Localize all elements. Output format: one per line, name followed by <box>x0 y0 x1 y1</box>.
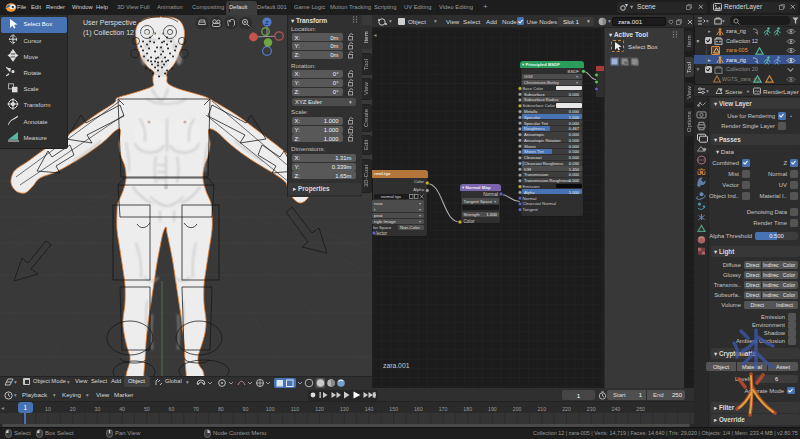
svg-text:70: 70 <box>193 405 199 411</box>
svg-text:170: 170 <box>439 405 448 411</box>
svg-text:120: 120 <box>315 405 324 411</box>
svg-text:30: 30 <box>95 405 101 411</box>
svg-text:40: 40 <box>119 405 125 411</box>
svg-text:20: 20 <box>70 405 76 411</box>
svg-text:10: 10 <box>45 405 51 411</box>
svg-text:210: 210 <box>537 405 546 411</box>
svg-text:60: 60 <box>169 405 175 411</box>
svg-text:230: 230 <box>587 405 596 411</box>
svg-text:User Perspective: User Perspective <box>83 19 136 27</box>
svg-text:140: 140 <box>365 405 374 411</box>
svg-text:240: 240 <box>612 405 621 411</box>
svg-text:160: 160 <box>414 405 423 411</box>
svg-text:50: 50 <box>144 405 150 411</box>
svg-text:190: 190 <box>488 405 497 411</box>
svg-text:220: 220 <box>562 405 571 411</box>
svg-text:100: 100 <box>266 405 275 411</box>
svg-text:(1) Collection 12 | zara-005: (1) Collection 12 | zara-005 <box>83 29 167 37</box>
svg-text:Z: Z <box>265 19 269 25</box>
svg-text:80: 80 <box>218 405 224 411</box>
svg-text:110: 110 <box>291 405 299 411</box>
svg-text:90: 90 <box>243 405 249 411</box>
svg-text:180: 180 <box>463 405 472 411</box>
svg-text:150: 150 <box>389 405 398 411</box>
svg-text:250: 250 <box>636 405 645 411</box>
svg-text:200: 200 <box>513 405 522 411</box>
svg-text:130: 130 <box>340 405 349 411</box>
